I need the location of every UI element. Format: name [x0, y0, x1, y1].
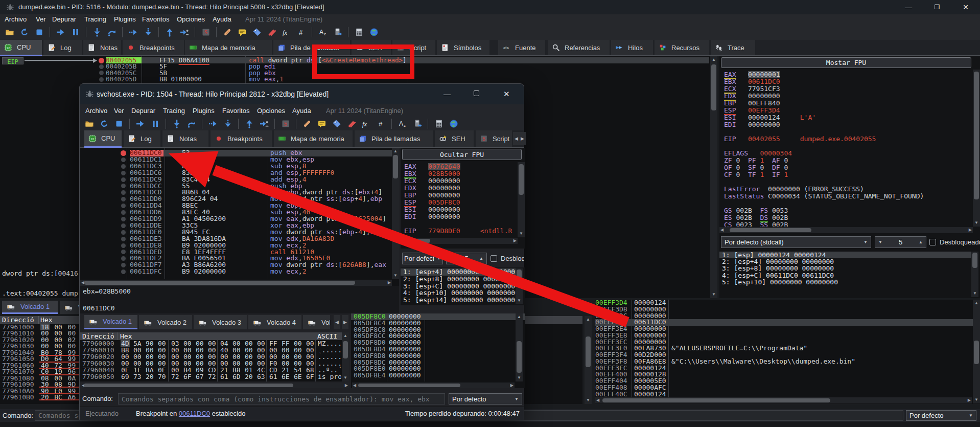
scrollbar-thumb[interactable] [405, 239, 430, 243]
dump-tab[interactable]: Volcado 2 [139, 315, 192, 329]
register-line[interactable]: ECX 77951CF3 [724, 85, 973, 93]
tab-notas[interactable]: Notas [162, 130, 208, 148]
spinner-up-icon[interactable]: ▲ [916, 240, 926, 244]
disasm-row[interactable]: 00611DF7A3 B86A6200mov dword ptr ds:[626… [80, 262, 392, 268]
calling-convention-select[interactable]: Por defecto▼ [402, 253, 443, 264]
run-icon[interactable] [56, 28, 65, 37]
step-over-icon[interactable] [186, 119, 196, 129]
comments-icon[interactable] [237, 28, 247, 37]
menu-favoritos[interactable]: Favoritos [142, 14, 169, 25]
breakpoint-slot[interactable] [99, 71, 104, 75]
breakpoint-slot[interactable] [99, 64, 104, 69]
tab-referencias[interactable]: Referencias [548, 40, 610, 56]
breakpoint-slot[interactable] [121, 164, 126, 169]
breakpoint-dot[interactable] [121, 150, 126, 156]
breakpoint-dot[interactable] [99, 58, 104, 63]
disasm-row[interactable]: 0040205DB8 01000000mov eax,1 [0, 76, 709, 82]
pause-icon[interactable] [71, 28, 80, 37]
disasm-row[interactable]: 00611DC683E4 F0and esp,FFFFFFF0 [80, 170, 392, 176]
disasm-row[interactable]: 00611DE08945 FCmov dword ptr ss:[ebp-4],… [80, 229, 392, 236]
stop-icon[interactable] [114, 119, 124, 129]
vertical-scrollbar[interactable]: ▲ ▼ [518, 162, 525, 237]
dump-tab[interactable]: Volcado 3 [194, 315, 247, 329]
menu-opciones[interactable]: Opciones [257, 104, 285, 117]
dump-tab[interactable]: Volcado 5 [303, 315, 330, 329]
main-maximize-button[interactable]: ❐ [923, 4, 951, 11]
tab-fuente[interactable]: <>Fuente [498, 40, 545, 56]
breakpoint-slot[interactable] [121, 217, 126, 221]
scroll-down-icon[interactable]: ▼ [973, 398, 980, 402]
run-to-user-icon[interactable] [128, 28, 138, 37]
tab-hilos[interactable]: Hilos [611, 40, 653, 56]
dump-tab[interactable]: Volcado 1 [2, 301, 58, 314]
vertical-scrollbar[interactable]: ▲ ▼ [585, 316, 592, 404]
child-args-pane[interactable]: 1: [esp+4] 00000000 000000002: [esp+8] 0… [401, 267, 525, 305]
breakpoint-slot[interactable] [121, 197, 126, 201]
breakpoint-slot[interactable] [121, 256, 126, 261]
spinner-down-icon[interactable]: ▼ [875, 240, 885, 244]
register-line[interactable]: LastError 00000000 (ERROR_SUCCESS) [724, 186, 973, 193]
scrollbar-thumb[interactable] [517, 269, 522, 283]
tab-seh[interactable]: !SEH [352, 40, 391, 56]
register-line[interactable]: GS 002B FS 0053 [724, 207, 973, 214]
dump-row[interactable]: 7796005069732070726F6772616D2063616E6E6F… [80, 373, 342, 380]
preferences-font-icon[interactable]: Az [398, 119, 407, 129]
labels-icon[interactable] [252, 28, 262, 37]
register-line[interactable]: EDI 00000000 [404, 213, 518, 220]
scroll-down-icon[interactable]: ▼ [971, 291, 978, 296]
fastcall-icon[interactable] [333, 28, 342, 37]
main-args-pane[interactable]: 1: [esp] 00000124 000001242: [esp+4] 000… [719, 251, 980, 298]
tabbar-right-arrow[interactable]: ▶ [519, 132, 526, 145]
scroll-down-icon[interactable]: ▼ [516, 299, 523, 303]
scroll-down-icon[interactable]: ▼ [392, 274, 399, 278]
tab-símbolos[interactable]: Símbolos [437, 40, 489, 56]
register-line[interactable]: EIP 00402055 dumped.exe.00402055 [724, 136, 973, 143]
argument-row[interactable]: 5: [esp+10] 00000000 00000000 [719, 279, 971, 285]
main-titlebar[interactable]: dumped.exe.bin - PID: 5116 - Módulo: dum… [0, 0, 980, 14]
breakpoint-slot[interactable] [121, 230, 126, 235]
disasm-row[interactable]: 00611DC383EC 08sub esp,8 [80, 163, 392, 170]
menu-archivo[interactable]: Archivo [85, 104, 107, 117]
register-line[interactable]: EDX 00000000 [404, 185, 518, 192]
pause-icon[interactable] [150, 119, 160, 129]
argument-row[interactable]: 2: [esp+8] 00000000 00000000 [401, 276, 516, 283]
spinner-down-icon[interactable]: ▼ [447, 256, 457, 261]
disasm-row[interactable]: 00611DFCB9 02000000mov ecx,2 [80, 268, 392, 275]
menu-opciones[interactable]: Opciones [177, 14, 205, 25]
tab-notas[interactable]: Notas [83, 40, 121, 56]
tab-script[interactable]: SScript [392, 40, 435, 56]
disasm-row[interactable]: 00611DE3BA 3DA816DAmov edx,DA16A83D [80, 236, 392, 242]
comments-icon[interactable] [317, 119, 326, 129]
register-line[interactable] [724, 143, 973, 150]
register-line[interactable]: LastStatus C0000034 (STATUS_OBJECT_NAME_… [724, 193, 973, 200]
disasm-row[interactable]: 00611DC983C4 04add esp,4 [80, 176, 392, 183]
stack-row[interactable]: 005DF8E400000000 [351, 372, 525, 379]
vertical-scrollbar[interactable]: ▲ ▼ [973, 300, 980, 403]
menu-tracing[interactable]: Tracing [163, 104, 185, 117]
tab-seh[interactable]: !SEH [435, 130, 474, 148]
child-command-input[interactable] [118, 393, 445, 404]
unlocked-checkbox[interactable] [929, 239, 936, 245]
register-line[interactable] [724, 200, 973, 207]
breakpoint-slot[interactable] [121, 177, 126, 182]
scroll-down-icon[interactable]: ▼ [518, 232, 525, 236]
menu-depurar[interactable]: Depurar [131, 104, 155, 117]
breakpoint-labels-icon[interactable] [346, 119, 356, 129]
menu-tracing[interactable]: Tracing [84, 14, 106, 25]
register-line[interactable]: EBP 00000000 [404, 192, 518, 199]
horizontal-scrollbar[interactable]: ◀ ▶ [80, 280, 392, 286]
scrollbar-thumb[interactable] [730, 228, 811, 232]
arg-count-spinner[interactable]: ▼ 5 ▲ [875, 236, 926, 248]
child-registers-pane[interactable]: Ocultar FPU EAX 00762640EBX 028B5000ECX … [401, 148, 525, 249]
breakpoint-slot[interactable] [121, 171, 126, 175]
scroll-down-icon[interactable]: ▼ [585, 398, 592, 402]
disasm-row[interactable]: 00611DE8B9 02000000mov ecx,2 [80, 242, 392, 249]
argument-row[interactable]: 3: [esp+C] 00000000 00000000 [401, 283, 516, 290]
child-command-convention-select[interactable]: Por defecto▼ [449, 393, 522, 404]
register-line[interactable]: ESI 00000000 [404, 206, 518, 213]
register-line[interactable] [724, 178, 973, 186]
register-line[interactable] [724, 128, 973, 136]
tab-mapa-de-memoria[interactable]: Mapa de memoria [274, 130, 353, 148]
scroll-down-icon[interactable]: ▼ [973, 221, 980, 225]
unlocked-checkbox[interactable] [491, 255, 497, 262]
